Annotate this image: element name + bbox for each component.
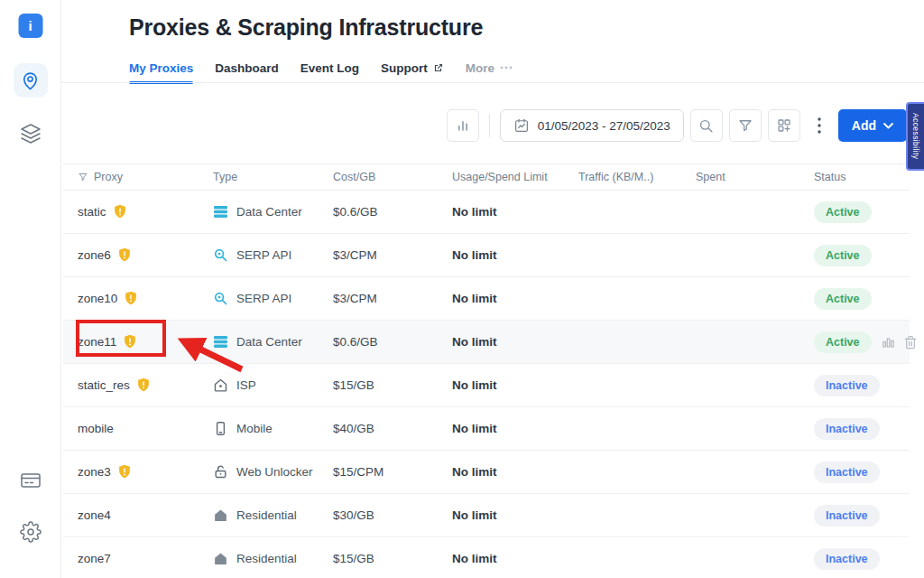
sidebar-item-info[interactable]: i [18, 14, 42, 38]
search-button[interactable] [690, 109, 723, 142]
kebab-menu-icon [818, 117, 821, 134]
calendar-icon [513, 117, 530, 134]
column-header-cost[interactable]: Cost/GB [333, 171, 452, 183]
proxy-type-cell: Residential [213, 508, 333, 523]
table-row[interactable]: zone4Residential$30/GBNo limitInactive [63, 494, 910, 537]
table-row[interactable]: static_resISP$15/GBNo limitInactive [63, 364, 910, 407]
add-button[interactable]: Add [838, 109, 907, 142]
cost-cell: $0.6/GB [333, 335, 452, 349]
proxy-name: static_res [78, 378, 130, 392]
sidebar-item-products[interactable] [20, 123, 42, 144]
proxy-name-cell[interactable]: zone11 [78, 334, 213, 350]
app-window: i [0, 0, 924, 578]
bar-chart-icon[interactable] [881, 334, 896, 350]
proxy-name-cell[interactable]: mobile [78, 422, 213, 435]
column-chart-icon [454, 117, 472, 135]
status-badge: Active [814, 245, 872, 266]
status-cell: Active [803, 201, 910, 223]
table-row[interactable]: zone3Web Unlocker$15/CPMNo limitInactive [63, 451, 910, 494]
layers-icon [20, 123, 42, 144]
column-header-proxy[interactable]: Proxy [78, 171, 213, 183]
proxy-name: zone10 [78, 292, 117, 305]
warning-shield-icon [136, 378, 151, 393]
external-link-icon [433, 62, 444, 73]
status-cell: Inactive [803, 505, 910, 527]
main-content: Proxies & Scraping Infrastructure My Pro… [61, 0, 924, 578]
column-chart-button[interactable] [447, 109, 479, 142]
proxy-type-cell: ISP [213, 378, 333, 393]
status-badge: Inactive [814, 418, 880, 440]
datacenter-icon [213, 335, 228, 349]
proxy-type-label: Mobile [236, 422, 273, 435]
trash-icon[interactable] [903, 335, 918, 350]
proxy-type-cell: SERP API [213, 247, 333, 263]
table-row[interactable]: zone10SERP API$3/CPMNo limitActive [63, 277, 910, 321]
tab-event-log[interactable]: Event Log [300, 61, 359, 82]
proxy-name-cell[interactable]: zone4 [78, 508, 213, 522]
sidebar-item-proxies[interactable] [14, 63, 48, 98]
usage-limit-cell: No limit [452, 422, 578, 435]
date-range-picker[interactable]: 01/05/2023 - 27/05/2023 [500, 109, 684, 142]
column-header-traffic[interactable]: Traffic (KB/M..) [578, 171, 696, 183]
table-row[interactable]: zone6SERP API$3/CPMNo limitActive [63, 234, 910, 277]
location-pin-icon [20, 70, 41, 91]
accessibility-tab[interactable]: Accessibility [906, 102, 924, 171]
proxy-name-cell[interactable]: static [78, 204, 213, 219]
table-row[interactable]: zone11Data Center$0.6/GBNo limitActive [63, 321, 910, 364]
table-header-row: Proxy Type Cost/GB Usage/Spend Limit Tra… [63, 163, 910, 191]
tabs-divider [61, 82, 924, 83]
isp-icon [213, 378, 228, 393]
proxy-name-cell[interactable]: zone7 [78, 552, 213, 565]
filter-button[interactable] [729, 109, 762, 142]
cost-cell: $15/CPM [333, 465, 452, 479]
proxy-name: zone6 [78, 248, 111, 262]
tab-bar: My Proxies Dashboard Event Log Support M… [129, 60, 513, 83]
column-header-spent[interactable]: Spent [696, 171, 803, 183]
proxy-type-cell: Web Unlocker [213, 464, 333, 480]
column-header-usage[interactable]: Usage/Spend Limit [452, 171, 578, 183]
sidebar: i [0, 0, 61, 578]
table-row[interactable]: zone7Residential$15/GBNo limitInactive [63, 537, 910, 578]
proxy-name-cell[interactable]: zone10 [78, 291, 213, 306]
column-header-type[interactable]: Type [213, 171, 333, 183]
proxy-type-label: ISP [236, 378, 256, 392]
proxy-type-label: SERP API [236, 292, 291, 305]
residential-icon [213, 551, 228, 566]
status-cell: Inactive [803, 375, 910, 396]
tab-more[interactable]: More [466, 61, 513, 82]
usage-limit-cell: No limit [452, 292, 578, 305]
toolbar: 01/05/2023 - 27/05/2023 [447, 109, 907, 142]
proxy-type-label: Residential [236, 508, 297, 522]
mobile-icon [213, 421, 228, 436]
warning-shield-icon [124, 291, 138, 306]
sidebar-item-billing[interactable] [20, 470, 42, 491]
grid-add-button[interactable] [768, 109, 800, 142]
proxy-name: zone7 [78, 552, 111, 565]
proxy-name-cell[interactable]: zone3 [78, 464, 213, 480]
tab-support[interactable]: Support [381, 61, 444, 82]
usage-limit-cell: No limit [452, 552, 578, 565]
cost-cell: $15/GB [333, 552, 452, 565]
tab-my-proxies[interactable]: My Proxies [129, 61, 193, 82]
usage-limit-cell: No limit [452, 465, 578, 479]
sidebar-item-settings[interactable] [20, 521, 42, 543]
table-row[interactable]: staticData Center$0.6/GBNo limitActive [63, 191, 910, 234]
status-cell: Inactive [803, 461, 910, 483]
gear-icon [20, 521, 42, 543]
tab-dashboard[interactable]: Dashboard [215, 61, 279, 82]
usage-limit-cell: No limit [452, 508, 578, 522]
table-row[interactable]: mobileMobile$40/GBNo limitInactive [63, 407, 910, 451]
cost-cell: $30/GB [333, 508, 452, 522]
ellipsis-icon [500, 66, 513, 70]
filter-icon [737, 117, 753, 134]
proxy-name-cell[interactable]: zone6 [78, 247, 213, 263]
usage-limit-cell: No limit [452, 378, 578, 392]
chevron-down-icon [883, 123, 893, 129]
column-header-status[interactable]: Status [803, 171, 910, 183]
kebab-menu-button[interactable] [807, 109, 832, 142]
proxy-type-cell: Data Center [213, 335, 333, 349]
status-cell: Active [803, 331, 918, 353]
proxy-type-label: Data Center [236, 205, 302, 219]
toolbar-divider [489, 114, 490, 137]
proxy-name-cell[interactable]: static_res [78, 378, 213, 393]
